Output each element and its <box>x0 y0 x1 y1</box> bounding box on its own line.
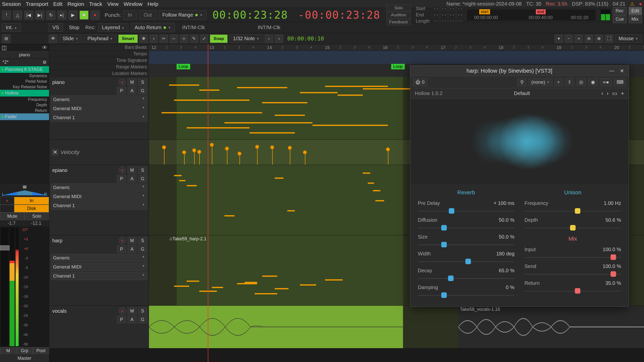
ruler-bars-label[interactable]: Bars:Beats <box>49 44 149 51</box>
punch-in-button[interactable]: In <box>123 10 137 20</box>
plugin-param-return[interactable]: Return <box>0 108 49 113</box>
tool-stretch-icon[interactable]: ↔ <box>170 34 178 43</box>
menu-track[interactable]: Track <box>89 1 102 7</box>
midi-note[interactable] <box>338 95 363 96</box>
velocity-point[interactable] <box>225 147 229 151</box>
velocity-point[interactable] <box>255 145 259 149</box>
velocity-point[interactable] <box>192 148 196 152</box>
track-rec-button[interactable]: ● <box>118 78 126 86</box>
track-name[interactable]: vocals <box>51 308 117 314</box>
midi-note[interactable] <box>174 175 182 176</box>
tool-cut-icon[interactable]: ✂ <box>159 34 168 43</box>
cue-page-button[interactable]: Cue <box>613 15 627 23</box>
loop-end-marker[interactable]: Loop <box>391 64 405 69</box>
track-a-button[interactable]: A <box>128 245 137 253</box>
mix-page-button[interactable]: Mix <box>629 15 642 23</box>
track-select[interactable]: Channel 1▼ <box>51 114 147 122</box>
midi-note[interactable] <box>275 288 289 289</box>
midi-note[interactable] <box>237 87 287 88</box>
track-select[interactable]: Channel 1▼ <box>51 202 147 210</box>
plugin-preset-browse-icon[interactable]: ▭ <box>612 90 617 97</box>
stop-button[interactable]: ■ <box>79 11 89 20</box>
track-p-button[interactable]: P <box>117 175 126 183</box>
param-slider-decay[interactable] <box>418 276 514 281</box>
menu-region[interactable]: Region <box>67 1 84 7</box>
param-value-decay[interactable]: 65.0 % <box>484 268 514 274</box>
midi-note[interactable] <box>224 122 312 123</box>
strip-input-label[interactable]: *2* <box>3 60 9 65</box>
tool-edit-icon[interactable]: ⤢ <box>200 34 208 43</box>
rec-mode-select[interactable]: Layered ▼ <box>98 23 128 32</box>
track-header-vocals[interactable]: vocals●MSPAG <box>49 306 149 348</box>
strip-m-button[interactable]: M <box>0 347 16 354</box>
punch-out-button[interactable]: Out <box>139 10 156 20</box>
velocity-point[interactable] <box>303 150 307 154</box>
param-value-size[interactable]: 50.0 % <box>484 234 514 240</box>
track-header-epiano[interactable]: epiano●MSPAGGeneric▼General MIDI▼Channel… <box>49 165 149 235</box>
plugin-hollow[interactable]: Hollow <box>0 90 49 97</box>
midi-note[interactable] <box>187 281 199 282</box>
velocity-point[interactable] <box>237 152 242 156</box>
param-slider-depth[interactable] <box>525 225 621 231</box>
menu-transport[interactable]: Transport <box>26 1 48 7</box>
midi-note[interactable] <box>368 183 374 184</box>
strip-post-button[interactable]: Post <box>33 347 49 354</box>
rec-page-button[interactable]: Rec <box>613 7 627 15</box>
strip-rec-button[interactable]: ● <box>0 197 14 205</box>
strip-hide-icon[interactable]: 👁 <box>42 44 48 51</box>
record-button[interactable]: ● <box>91 11 100 20</box>
play-button[interactable]: ▶ <box>68 11 77 20</box>
strip-solo-button[interactable]: Solo <box>25 212 49 220</box>
nudge-clock[interactable]: 00:00:00:10 <box>285 35 327 42</box>
track-header-piano[interactable]: piano●MSPAGGeneric▼General MIDI▼Channel … <box>49 77 149 140</box>
midi-note[interactable] <box>312 125 388 126</box>
track-rec-button[interactable]: ● <box>118 237 126 244</box>
plugin-fader[interactable]: Fader <box>0 113 49 120</box>
audio-region-2[interactable]: Take58_vocals-1.16 <box>458 306 644 348</box>
grid-select[interactable]: 1/32 Note▼ <box>229 34 263 43</box>
midi-note[interactable] <box>255 293 277 294</box>
smart-mode-button[interactable]: Smart <box>118 34 138 43</box>
midi-note[interactable] <box>363 88 413 89</box>
mini-timeline[interactable]: start end 00:00:00:00 00:00:40:00 00:01:… <box>466 9 596 21</box>
track-g-button[interactable]: G <box>138 245 147 253</box>
track-solo-button[interactable]: S <box>138 78 147 86</box>
track-name[interactable]: piano <box>51 79 117 86</box>
ruler-timesig-label[interactable]: Time Signature <box>49 57 149 64</box>
varispeed-button[interactable]: VS <box>49 23 63 32</box>
param-value-send[interactable]: 100.0 % <box>591 263 621 269</box>
primary-timecode[interactable]: 00:00:23:28 <box>209 9 292 21</box>
ruler-location-label[interactable]: Location Markers <box>49 70 149 77</box>
strip-fader[interactable] <box>1 228 9 346</box>
midi-note[interactable] <box>199 89 219 91</box>
track-name[interactable]: harp <box>51 237 117 244</box>
midi-note[interactable] <box>262 102 307 103</box>
track-select[interactable]: General MIDI▼ <box>51 263 147 271</box>
param-value-input[interactable]: 100.0 % <box>591 247 621 252</box>
midi-note[interactable] <box>363 172 370 174</box>
midi-note[interactable] <box>373 190 380 191</box>
velocity-lane-header[interactable]: ✕Velocity <box>49 140 149 165</box>
midi-note[interactable] <box>375 200 384 201</box>
plugin-save-preset-icon[interactable]: ⇪ <box>565 78 574 86</box>
midi-note[interactable] <box>187 185 197 186</box>
strip-monitor-disk-button[interactable]: Disk <box>14 205 49 212</box>
param-slider-return[interactable] <box>525 288 621 294</box>
track-rec-button[interactable]: ● <box>118 166 126 174</box>
track-select[interactable]: General MIDI▼ <box>51 105 147 113</box>
plugin-preset-name[interactable]: Default <box>442 90 601 96</box>
track-mute-button[interactable]: M <box>128 166 137 174</box>
strip-grp-button[interactable]: Grp <box>16 347 33 354</box>
velocity-point[interactable] <box>288 146 292 150</box>
param-slider-width[interactable] <box>418 259 514 264</box>
plugin-bypass-button[interactable]: ⏻ 0 <box>413 78 427 86</box>
menu-view[interactable]: View <box>107 1 118 7</box>
midi-note[interactable] <box>325 86 388 87</box>
velocity-point[interactable] <box>210 143 214 147</box>
midi-note[interactable] <box>162 112 262 113</box>
track-select[interactable]: Generic▼ <box>51 254 147 262</box>
nudge-fwd-button[interactable]: › <box>275 34 283 43</box>
goto-start-button[interactable]: |◀ <box>24 11 33 20</box>
menu-session[interactable]: Session <box>2 1 21 7</box>
transport-metronome-button[interactable]: △ <box>13 11 22 20</box>
